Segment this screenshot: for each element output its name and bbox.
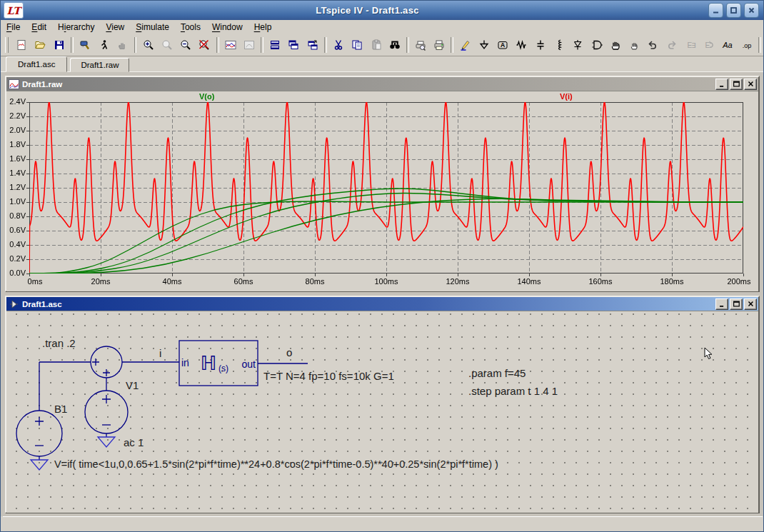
save-icon <box>54 39 65 51</box>
print-button[interactable] <box>430 35 448 55</box>
crux-maximize-icon <box>729 6 738 15</box>
place-diode-icon <box>572 39 583 51</box>
zoom-back-button <box>158 35 176 55</box>
place-capacitor-button[interactable] <box>531 35 550 55</box>
menu-help[interactable]: Help <box>248 21 278 34</box>
schematic-window-titlebar[interactable]: Draft1.asc <box>6 297 758 311</box>
b1-name[interactable]: B1 <box>54 403 67 415</box>
series-source-symbol[interactable] <box>91 346 122 378</box>
place-resistor-button[interactable] <box>512 35 531 55</box>
toolbar-separator <box>216 37 219 53</box>
autoplot-waveforms-icon <box>225 39 236 51</box>
win-close-icon <box>746 80 755 88</box>
waveform-window-minimize-button[interactable] <box>715 79 728 90</box>
run-button[interactable] <box>94 35 113 55</box>
save-button[interactable] <box>49 35 68 55</box>
place-label-button[interactable]: A <box>493 35 512 55</box>
tab-draft1-asc[interactable]: Draft1.asc <box>6 56 67 72</box>
copy-button[interactable] <box>348 35 366 55</box>
autoplot-waveforms-button[interactable] <box>221 35 240 55</box>
v1-value[interactable]: ac 1 <box>124 436 144 448</box>
place-text-button[interactable]: Aa <box>718 35 737 55</box>
control-panel-icon <box>79 39 91 51</box>
schematic-canvas[interactable]: in out ℍ (s) .tran .2 i o T=T N=4 fp=10 … <box>6 311 758 513</box>
zoom-out-button[interactable] <box>176 35 195 55</box>
menu-view[interactable]: View <box>100 21 130 34</box>
schematic-window-maximize-button[interactable] <box>730 298 743 310</box>
toolbar-separator <box>71 37 74 53</box>
win-minimize-icon <box>718 80 726 88</box>
tab-draft1-raw[interactable]: Draft1.raw <box>70 58 129 72</box>
menu-file[interactable]: File <box>1 21 26 34</box>
rotate-button: E <box>700 35 718 55</box>
spice-directive-button[interactable]: .op <box>738 35 756 55</box>
zoom-full-extents-button[interactable] <box>195 35 213 55</box>
hs-params[interactable]: T=T N=4 fp=10 fs=10k G=1 <box>263 370 394 382</box>
paste-button <box>366 35 385 55</box>
waveform-window-maximize-button[interactable] <box>730 79 743 90</box>
plot-settings-button <box>240 35 258 55</box>
paste-icon <box>371 39 382 51</box>
v1-source-symbol[interactable] <box>85 391 128 437</box>
waveform-plot[interactable] <box>6 91 758 291</box>
move-button[interactable] <box>606 35 625 55</box>
b1-source-symbol[interactable] <box>16 411 62 460</box>
menu-hierarchy[interactable]: Hierarchy <box>52 21 100 34</box>
window-close-button[interactable] <box>744 3 759 18</box>
waveform-window: Draft1.raw V(o) V(i) <box>5 76 760 292</box>
zoom-back-icon <box>161 39 173 51</box>
trace-label-vi[interactable]: V(i) <box>560 92 573 101</box>
schematic-window-close-button[interactable] <box>744 298 757 310</box>
place-label-icon: A <box>497 39 508 51</box>
control-panel-button[interactable] <box>76 35 94 55</box>
hs-block-label: ℍ <box>201 353 217 374</box>
directive-step[interactable]: .step param t 1 4 1 <box>468 385 558 397</box>
svg-text:∃: ∃ <box>691 41 695 49</box>
waveform-window-close-button[interactable] <box>744 79 757 90</box>
schematic-window-minimize-button[interactable] <box>715 298 728 310</box>
ground-b1[interactable] <box>31 460 48 470</box>
tile-horizontally-button[interactable] <box>266 35 284 55</box>
tile-vertically-button[interactable] <box>303 35 322 55</box>
hs-block-label-sub: (s) <box>218 363 228 373</box>
net-label-i[interactable]: i <box>159 347 161 359</box>
place-diode-button[interactable] <box>568 35 587 55</box>
place-ground-button[interactable] <box>475 35 493 55</box>
directive-tran[interactable]: .tran .2 <box>42 337 76 349</box>
draw-wire-button[interactable] <box>456 35 474 55</box>
window-minimize-button[interactable] <box>708 3 723 18</box>
print-icon <box>433 39 445 51</box>
toolbar-grip[interactable] <box>5 37 9 53</box>
trace-label-vo[interactable]: V(o) <box>199 92 214 101</box>
window-maximize-button[interactable] <box>726 3 741 18</box>
print-preview-button[interactable] <box>411 35 430 55</box>
place-component-icon <box>591 39 603 51</box>
zoom-in-button[interactable] <box>139 35 157 55</box>
drag-button[interactable] <box>625 35 643 55</box>
menu-simulate[interactable]: Simulate <box>130 21 175 34</box>
place-inductor-button[interactable] <box>550 35 568 55</box>
win-close-icon <box>746 300 755 308</box>
place-component-button[interactable] <box>587 35 605 55</box>
menu-tools[interactable]: Tools <box>175 21 206 34</box>
undo-icon <box>647 39 658 51</box>
new-schematic-icon <box>16 39 27 51</box>
net-label-o[interactable]: o <box>286 346 292 358</box>
menu-edit[interactable]: Edit <box>26 21 52 34</box>
find-icon <box>389 39 401 51</box>
open-button[interactable] <box>31 35 49 55</box>
menu-window[interactable]: Window <box>206 21 248 34</box>
directive-param[interactable]: .param f=45 <box>468 367 526 379</box>
v1-name[interactable]: V1 <box>126 379 139 391</box>
find-button[interactable] <box>386 35 404 55</box>
titlebar[interactable]: LT LTspice IV - Draft1.asc <box>1 1 763 20</box>
new-schematic-button[interactable] <box>12 35 31 55</box>
svg-text:E: E <box>705 41 710 49</box>
cut-button[interactable] <box>329 35 348 55</box>
window-controls <box>708 3 759 18</box>
cascade-windows-button[interactable] <box>284 35 303 55</box>
b1-value[interactable]: V=if( time<1u,0,0.65+1.5*sin(2*pi*f*time… <box>54 458 498 470</box>
waveform-window-titlebar[interactable]: Draft1.raw <box>6 77 758 91</box>
undo-button[interactable] <box>643 35 662 55</box>
ground-v1[interactable] <box>98 437 115 447</box>
